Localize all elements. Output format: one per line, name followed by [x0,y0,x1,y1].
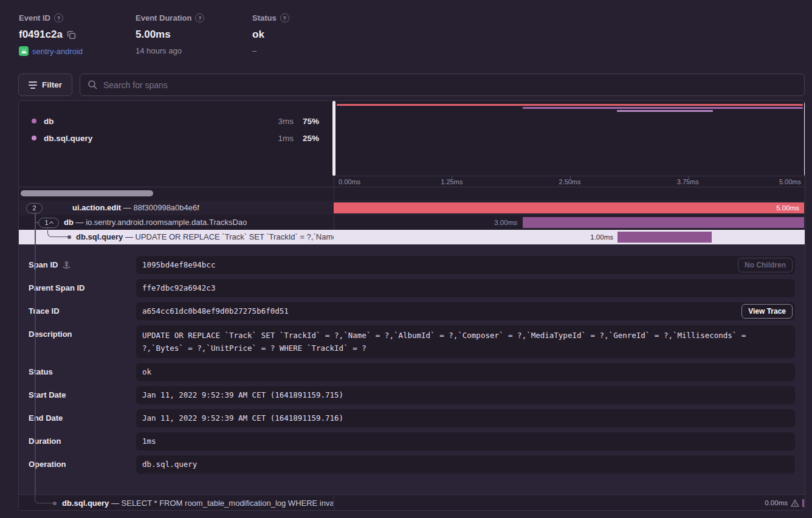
axis-tick: 5.00ms [779,178,801,185]
search-box[interactable] [80,74,805,96]
detail-value-trace-id: a654cc61dc0b48ef9d0b27275b6f0d51 View Tr… [136,302,795,320]
span-desc: 88f300998a0b4e6f [133,203,199,212]
axis-tick: 1.25ms [441,178,463,185]
no-children-button: No Children [738,258,793,272]
span-desc: SELECT * FROM room_table_modification_lo… [122,499,333,508]
span-row-db-sql-query-selected[interactable]: db.sql.query — UPDATE OR REPLACE `Track`… [19,230,805,244]
detail-label: Parent Span ID [29,279,84,297]
detail-label: End Date [29,409,63,427]
detail-value-description: UPDATE OR REPLACE `Track` SET `TrackId` … [136,325,795,358]
detail-row-span-id: Span ID 1095bd4ef8e94bcc No Children [19,256,805,274]
tree-elbow [47,227,69,237]
status-sub: – [252,46,256,55]
children-count-badge[interactable]: 2 [26,203,43,213]
toolbar: Filter [18,74,805,96]
event-header: Event ID ? f0491c2a sentry-android Event… [19,13,369,56]
detail-row-parent-span-id: Parent Span ID ffe7dbc92a6942c3 [19,279,805,297]
tree-guide-line [35,213,36,244]
span-bar-root[interactable]: 5.00ms [334,202,804,213]
tree-node-dot [67,235,71,239]
anchor-icon[interactable] [62,261,71,270]
span-bar-db-sql-query[interactable] [618,232,712,243]
legend-row-db-sql-query[interactable]: db.sql.query 1ms 25% [19,131,334,145]
event-duration-value: 5.00ms [136,29,171,41]
legend-name: db [44,117,54,126]
span-op: ui.action.edit [72,203,121,212]
span-bar-duration: 0.00ms [765,495,788,511]
span-bar-duration: 3.00ms [481,215,517,230]
span-row-db-sql-query-next[interactable]: db.sql.query — SELECT * FROM room_table_… [19,494,805,511]
scrollbar-thumb[interactable] [21,190,153,196]
detail-value-start-date: Jan 11, 2022 9:52:39 AM CET (1641891159.… [136,386,795,404]
detail-row-duration: Duration 1ms [19,432,805,451]
legend-duration: 3ms [250,117,294,126]
view-trace-button[interactable]: View Trace [741,304,793,319]
legend-duration: 1ms [250,134,294,143]
detail-row-description: Description UPDATE OR REPLACE `Track` SE… [19,325,805,358]
tree-node-dot [53,502,57,505]
axis-tick: 2.50ms [559,178,580,185]
help-icon[interactable]: ? [54,13,63,22]
filter-icon [29,81,37,89]
minimap-right-handle[interactable] [804,101,805,176]
event-id-column: Event ID ? f0491c2a sentry-android [19,13,136,56]
minimap-bar-db [523,107,803,109]
detail-value-end-date: Jan 11, 2022 9:52:39 AM CET (1641891159.… [136,409,795,427]
tree-scrollbar [19,187,334,201]
span-bar-db[interactable] [523,217,804,228]
detail-value-operation: db.sql.query [136,455,795,474]
legend-name: db.sql.query [44,134,92,143]
tree-guide-line [35,244,36,494]
search-input[interactable] [103,80,797,90]
trace-panel: db 3ms 75% db.sql.query 1ms 25% 0.00ms 1… [18,100,805,511]
span-row-ui-action-edit[interactable]: 2 ui.action.edit — 88f300998a0b4e6f 5.00… [19,201,805,215]
span-bar-duration: 1.00ms [572,230,613,244]
legend-percent: 25% [296,134,319,143]
status-value: ok [252,29,264,41]
span-detail-panel: Span ID 1095bd4ef8e94bcc No Children Par… [19,244,805,494]
span-op: db [64,218,74,227]
detail-value-span-id: 1095bd4ef8e94bcc No Children [136,256,795,274]
legend-row-db[interactable]: db 3ms 75% [19,114,334,128]
span-op: db.sql.query [62,499,109,508]
span-desc: io.sentry.android.roomsample.data.Tracks… [86,218,247,227]
event-duration-column: Event Duration ? 5.00ms 14 hours ago [136,13,252,56]
status-label: Status [252,13,277,22]
event-id-label: Event ID [19,13,50,22]
trace-minimap[interactable] [334,101,805,176]
detail-row-start-date: Start Date Jan 11, 2022 9:52:39 AM CET (… [19,386,805,404]
event-time-ago: 14 hours ago [136,46,182,55]
detail-label: Trace ID [29,302,60,320]
span-desc: UPDATE OR REPLACE `Track` SET `TrackId` … [136,232,334,241]
span-bar-zero-marker [802,499,804,507]
legend-dot-db-sql-query [32,136,36,140]
detail-value-parent-span-id: ffe7dbc92a6942c3 [136,279,795,297]
span-bar-duration: 5.00ms [776,202,804,213]
help-icon[interactable]: ? [280,13,289,22]
help-icon[interactable]: ? [195,13,204,22]
event-duration-label: Event Duration [136,13,191,22]
detail-row-end-date: End Date Jan 11, 2022 9:52:39 AM CET (16… [19,409,805,427]
project-link[interactable]: sentry-android [32,47,83,56]
collapse-caret-icon [49,221,53,225]
detail-value-status: ok [136,363,795,381]
minimap-bar-root [337,104,803,106]
span-row-db[interactable]: 1 db — io.sentry.android.roomsample.data… [19,215,805,230]
axis-tick: 0.00ms [339,178,360,185]
tree-timeline-divider [334,495,334,511]
detail-row-status: Status ok [19,363,805,381]
axis-tick: 3.75ms [677,178,699,185]
filter-button[interactable]: Filter [18,74,72,96]
status-column: Status ? ok – [252,13,369,56]
detail-row-trace-id: Trace ID a654cc61dc0b48ef9d0b27275b6f0d5… [19,302,805,320]
copy-icon[interactable] [67,30,76,40]
detail-row-operation: Operation db.sql.query [19,455,805,474]
span-tree: 2 ui.action.edit — 88f300998a0b4e6f 5.00… [19,201,805,244]
children-count-badge-expanded[interactable]: 1 [38,218,59,228]
detail-label: Duration [29,432,61,451]
timeline-axis: 0.00ms 1.25ms 2.50ms 3.75ms 5.00ms [334,176,805,187]
event-id-value: f0491c2a [19,29,63,41]
filter-button-label: Filter [42,80,62,89]
minimap-left-handle[interactable] [332,101,335,176]
tree-elbow [35,494,54,503]
